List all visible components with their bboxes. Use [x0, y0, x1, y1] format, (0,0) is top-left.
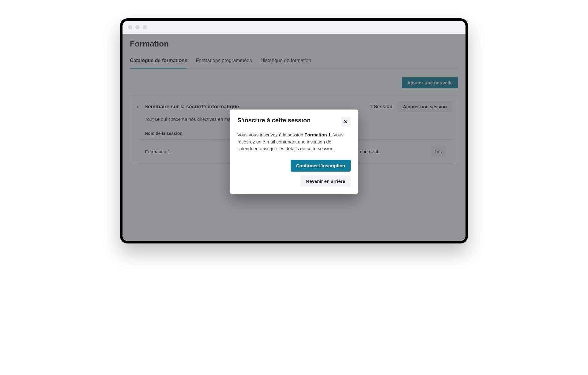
window-shadow-frame: Formation Catalogue de formations Format…: [120, 18, 468, 243]
modal-header: S'inscrire à cette session ✕: [237, 117, 351, 127]
traffic-light-minimize[interactable]: [135, 25, 140, 29]
modal-body-bold: Formation 1: [304, 132, 331, 137]
confirm-button[interactable]: Confirmer l'inscription: [291, 160, 351, 172]
modal-title: S'inscrire à cette session: [237, 117, 311, 124]
go-back-button[interactable]: Revenir en arrière: [300, 175, 351, 187]
modal-body-pre: Vous vous inscrivez à la session: [237, 132, 304, 137]
traffic-light-maximize[interactable]: [143, 25, 147, 29]
close-icon[interactable]: ✕: [341, 117, 351, 127]
app-window: Formation Catalogue de formations Format…: [123, 21, 466, 241]
signup-modal: S'inscrire à cette session ✕ Vous vous i…: [230, 110, 358, 194]
modal-actions: Confirmer l'inscription Revenir en arriè…: [237, 160, 351, 187]
modal-body: Vous vous inscrivez à la session Formati…: [237, 132, 351, 152]
traffic-light-close[interactable]: [128, 25, 132, 29]
window-titlebar: [123, 21, 466, 34]
